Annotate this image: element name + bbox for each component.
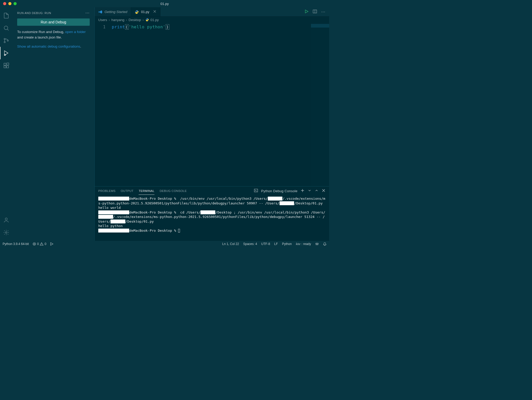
split-editor-icon[interactable]	[313, 9, 317, 15]
maximize-panel-icon[interactable]	[315, 189, 319, 193]
status-bar: Python 3.9.4 64-bit 0 0 Ln 1, Col 22 Spa…	[0, 241, 329, 247]
chevron-right-icon: ›	[109, 18, 110, 22]
redacted-text: xxxxxxx@xxxxxxx	[98, 197, 129, 201]
status-run-cell-icon[interactable]	[50, 242, 54, 246]
new-terminal-icon[interactable]	[301, 189, 304, 193]
sidebar-hint-1: To customize Run and Debug, open a folde…	[17, 29, 90, 40]
redacted-text: xxxxxxx@xxxxxxx	[98, 229, 129, 233]
status-cursor-position[interactable]: Ln 1, Col 22	[222, 242, 239, 246]
status-bell-icon[interactable]	[323, 242, 327, 246]
code-content[interactable]: print('hello python')	[110, 23, 329, 186]
breadcrumb-segment[interactable]: Desktop	[129, 18, 141, 22]
status-feedback-icon[interactable]	[315, 242, 319, 246]
tab-label: 01.py	[141, 10, 149, 14]
status-encoding[interactable]: UTF-8	[261, 242, 270, 246]
breadcrumb-segment[interactable]: hanyang	[111, 18, 124, 22]
chevron-right-icon: ›	[142, 18, 144, 22]
panel-tab-output[interactable]: OUTPUT	[121, 187, 133, 195]
svg-point-15	[317, 243, 318, 244]
account-icon[interactable]	[0, 214, 12, 226]
editor-area: Getting Started 01.py ⋯	[95, 7, 329, 241]
svg-point-0	[4, 26, 8, 30]
search-icon[interactable]	[0, 22, 12, 34]
code-editor[interactable]: 1 print('hello python')	[95, 23, 329, 186]
breadcrumb-file[interactable]: 01.py	[151, 18, 159, 22]
status-python-version[interactable]: Python 3.9.4 64-bit	[3, 242, 29, 246]
breadcrumb[interactable]: Users › hanyang › Desktop › 01.py	[95, 17, 329, 23]
status-problems[interactable]: 0 0	[33, 242, 46, 246]
svg-rect-6	[4, 66, 6, 68]
terminal-shell-label[interactable]: Python Debug Console	[261, 189, 297, 193]
settings-gear-icon[interactable]	[0, 226, 12, 239]
panel: PROBLEMS OUTPUT TERMINAL DEBUG CONSOLE P…	[95, 186, 329, 241]
tab-getting-started[interactable]: Getting Started	[95, 7, 131, 16]
code-token-function: print	[112, 24, 125, 29]
svg-point-2	[4, 42, 5, 43]
sidebar-title: RUN AND DEBUG: RUN	[17, 11, 51, 15]
redacted-text: xxxxxxx	[98, 215, 113, 219]
minimap[interactable]	[311, 23, 329, 186]
vscode-icon	[98, 10, 102, 14]
line-number: 1	[95, 24, 106, 30]
status-eol[interactable]: LF	[274, 242, 278, 246]
tab-01-py[interactable]: 01.py	[131, 7, 160, 16]
terminal-cursor	[178, 229, 180, 233]
panel-tab-problems[interactable]: PROBLEMS	[98, 187, 115, 195]
status-language[interactable]: Python	[282, 242, 292, 246]
svg-rect-5	[4, 63, 6, 65]
extensions-icon[interactable]	[0, 59, 12, 72]
code-token-string: 'hello python'	[129, 24, 166, 29]
redacted-text: xxxxxxx	[200, 210, 215, 214]
svg-point-10	[5, 232, 7, 233]
open-folder-link[interactable]: open a folder	[65, 30, 86, 34]
window-controls	[3, 2, 17, 5]
sidebar-hint-2: Show all automatic debug configurations.	[17, 44, 90, 49]
svg-point-1	[4, 38, 5, 40]
code-token-paren: (	[125, 24, 129, 30]
explorer-icon[interactable]	[0, 9, 12, 22]
run-and-debug-button[interactable]: Run and Debug	[17, 18, 90, 26]
line-gutter: 1	[95, 23, 110, 186]
title-bar: 01.py	[0, 0, 329, 7]
activity-bar	[0, 7, 12, 241]
window-title: 01.py	[160, 2, 169, 6]
run-debug-sidebar: RUN AND DEBUG: RUN ⋯ Run and Debug To cu…	[12, 7, 95, 241]
python-icon	[145, 18, 149, 22]
close-window-button[interactable]	[3, 2, 6, 5]
svg-rect-7	[7, 66, 9, 68]
close-panel-icon[interactable]	[322, 189, 326, 193]
chevron-right-icon: ›	[126, 18, 127, 22]
panel-tabs: PROBLEMS OUTPUT TERMINAL DEBUG CONSOLE P…	[95, 186, 329, 195]
maximize-window-button[interactable]	[14, 2, 17, 5]
status-indent[interactable]: Spaces: 4	[243, 242, 257, 246]
close-tab-icon[interactable]	[153, 10, 157, 14]
redacted-text: xxxxxxx	[111, 220, 125, 223]
breadcrumb-segment[interactable]: Users	[98, 18, 107, 22]
code-token-paren: )	[166, 24, 169, 30]
svg-point-3	[7, 40, 9, 41]
minimap-highlight	[311, 24, 329, 28]
source-control-icon[interactable]	[0, 34, 12, 47]
redacted-text: xxxxxxx	[280, 201, 294, 205]
panel-tab-terminal[interactable]: TERMINAL	[139, 187, 154, 195]
editor-actions: ⋯	[304, 7, 329, 16]
svg-point-9	[5, 218, 7, 220]
panel-tab-debug-console[interactable]: DEBUG CONSOLE	[160, 187, 187, 195]
minimize-window-button[interactable]	[8, 2, 11, 5]
terminal-output[interactable]: xxxxxxx@xxxxxxxdeMacBook-Pro Desktop % /…	[95, 195, 329, 241]
run-debug-icon[interactable]	[0, 47, 12, 59]
redacted-text: xxxxxxx@xxxxxxx	[98, 210, 129, 214]
tabs-bar: Getting Started 01.py ⋯	[95, 7, 329, 17]
terminal-split-chevron-icon[interactable]	[308, 189, 312, 193]
show-auto-debug-link[interactable]: Show all automatic debug configurations	[17, 44, 80, 48]
run-icon[interactable]	[304, 9, 309, 15]
svg-rect-8	[7, 63, 9, 65]
redacted-text: xxxxxxx	[268, 197, 283, 201]
status-kite[interactable]: kite: ready	[296, 242, 311, 246]
python-icon	[135, 10, 139, 14]
svg-point-14	[316, 243, 317, 244]
sidebar-more-icon[interactable]: ⋯	[85, 10, 90, 15]
more-actions-icon[interactable]: ⋯	[321, 9, 326, 14]
tab-label: Getting Started	[105, 10, 127, 14]
terminal-shell-icon[interactable]	[254, 189, 258, 193]
